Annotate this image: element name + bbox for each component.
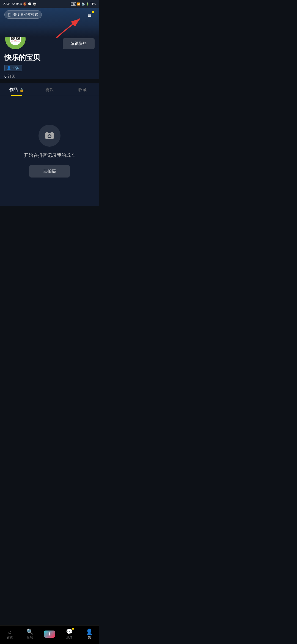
- subscription-count: 0: [4, 74, 7, 78]
- hd-badge: HD: [71, 2, 76, 6]
- tab-works[interactable]: 作品 🔒: [0, 83, 33, 96]
- svg-point-13: [17, 41, 20, 42]
- youth-mode-icon: ⬚: [8, 12, 12, 17]
- battery-percent: 71%: [90, 2, 96, 6]
- tab-favorites[interactable]: 收藏: [66, 83, 99, 96]
- subscriptions: 0 订阅: [4, 74, 95, 79]
- camera-icon: [45, 131, 54, 141]
- status-bar: 22:33 64.9K/s 🔕 💬 🐼 HD 📶 📡 🔋 71%: [0, 0, 99, 8]
- username: 快乐的宝贝: [4, 53, 95, 62]
- age-badge: 👤 17岁: [4, 65, 22, 71]
- camera-circle: [38, 125, 61, 147]
- edit-profile-label: 编辑资料: [70, 41, 87, 46]
- notification-icon: 💬: [28, 2, 32, 6]
- tabs-container: 作品 🔒 喜欢 收藏: [0, 83, 99, 96]
- shoot-label: 去拍摄: [43, 169, 56, 173]
- svg-point-10: [18, 38, 19, 39]
- tab-favorites-label: 收藏: [78, 87, 87, 92]
- tab-likes[interactable]: 喜欢: [33, 83, 66, 96]
- empty-text: 开始在抖音记录我的成长: [24, 152, 75, 159]
- shoot-button[interactable]: 去拍摄: [29, 165, 70, 178]
- edit-profile-button[interactable]: 编辑资料: [63, 38, 95, 49]
- menu-button[interactable]: ≡: [85, 10, 95, 20]
- svg-point-12: [11, 41, 13, 42]
- status-right: HD 📶 📡 🔋 71%: [71, 2, 96, 6]
- status-left: 22:33 64.9K/s 🔕 💬 🐼: [3, 2, 37, 6]
- content-area: 开始在抖音记录我的成长 去拍摄: [0, 96, 99, 206]
- tab-likes-label: 喜欢: [45, 87, 54, 92]
- youth-mode-button[interactable]: ⬚ 关闭青少年模式: [4, 10, 42, 19]
- mute-icon: 🔕: [23, 2, 27, 6]
- app-icon: 🐼: [33, 2, 37, 6]
- battery-icon: 🔋: [86, 2, 89, 6]
- svg-point-14: [48, 135, 51, 137]
- tab-works-label: 作品: [9, 87, 18, 92]
- header: ⬚ 关闭青少年模式 ≡: [0, 8, 99, 37]
- menu-notification-dot: [92, 11, 94, 13]
- signal-icon: 📶: [77, 2, 80, 6]
- youth-mode-label: 关闭青少年模式: [13, 12, 38, 17]
- wifi-icon: 📡: [81, 2, 85, 6]
- time: 22:33: [3, 2, 10, 6]
- speed: 64.9K/s: [12, 2, 22, 6]
- person-icon: 👤: [7, 66, 11, 70]
- svg-point-11: [14, 40, 16, 41]
- age-text: 17岁: [12, 66, 20, 70]
- svg-point-9: [12, 38, 13, 39]
- lock-icon: 🔒: [20, 88, 24, 92]
- menu-icon: ≡: [88, 12, 92, 19]
